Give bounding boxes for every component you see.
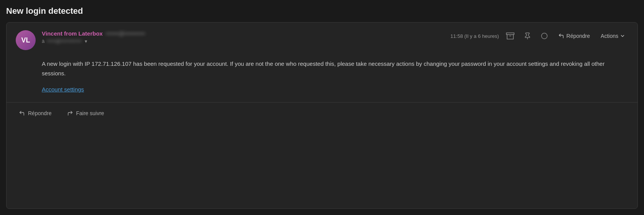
email-timestamp: 11:58 (Il y a 6 heures)	[450, 33, 499, 39]
recipient-address: •••••@••••••••••••	[47, 38, 82, 44]
svg-rect-0	[506, 33, 514, 35]
page-title: New login detected	[6, 6, 638, 16]
footer-reply-button[interactable]: Répondre	[16, 109, 55, 118]
footer-forward-label: Faire suivre	[76, 110, 104, 116]
svg-point-3	[541, 33, 547, 39]
footer-forward-button[interactable]: Faire suivre	[64, 109, 107, 118]
account-settings-link[interactable]: Account settings	[42, 86, 84, 93]
pin-button[interactable]	[521, 31, 534, 41]
email-body-text: A new login with IP 172.71.126.107 has b…	[42, 59, 628, 78]
reply-icon	[558, 33, 564, 39]
pin-icon	[524, 32, 531, 40]
recipient-dropdown-icon[interactable]: ▼	[84, 39, 88, 44]
sender-section: VL Vincent from Laterbox •••••••@•••••••…	[16, 30, 145, 50]
chevron-down-icon	[620, 33, 625, 39]
archive-button[interactable]	[504, 30, 517, 42]
email-body: A new login with IP 172.71.126.107 has b…	[7, 56, 637, 102]
footer-reply-icon	[19, 110, 25, 116]
recipient-row: à •••••@•••••••••••• ▼	[42, 38, 145, 44]
reply-button-label: Répondre	[567, 33, 590, 39]
circle-button[interactable]	[538, 31, 550, 41]
email-footer: Répondre Faire suivre	[7, 102, 637, 124]
avatar: VL	[16, 30, 36, 50]
footer-reply-label: Répondre	[28, 110, 52, 116]
reply-button[interactable]: Répondre	[555, 31, 593, 41]
email-header: VL Vincent from Laterbox •••••••@•••••••…	[7, 23, 637, 56]
recipient-label: à	[42, 38, 44, 44]
forward-icon	[67, 110, 73, 116]
actions-button[interactable]: Actions	[598, 31, 628, 41]
email-card: VL Vincent from Laterbox •••••••@•••••••…	[6, 22, 638, 209]
sender-name: Vincent from Laterbox	[42, 30, 103, 37]
sender-email: •••••••@•••••••••••	[106, 31, 145, 37]
header-actions: 11:58 (Il y a 6 heures)	[450, 30, 628, 42]
actions-button-label: Actions	[601, 33, 618, 39]
archive-icon	[506, 32, 514, 40]
sender-name-row: Vincent from Laterbox •••••••@••••••••••…	[42, 30, 145, 37]
sender-info: Vincent from Laterbox •••••••@••••••••••…	[42, 30, 145, 44]
circle-icon	[540, 32, 548, 40]
